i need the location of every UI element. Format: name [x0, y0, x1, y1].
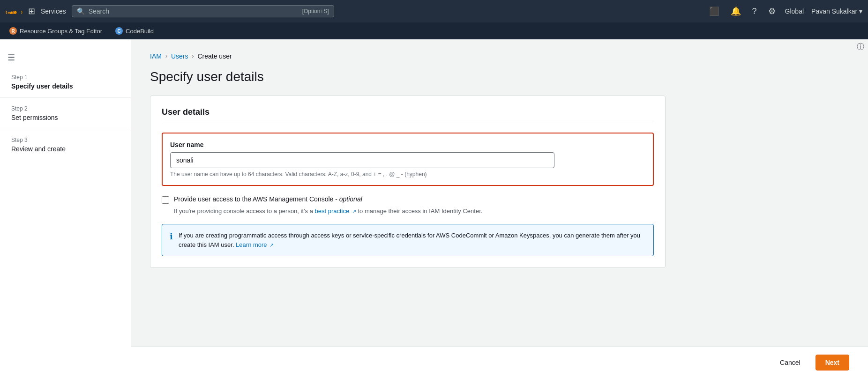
info-icon: ℹ: [170, 231, 173, 242]
breadcrumb-sep1: ›: [165, 53, 167, 59]
user-details-card: User details User name The user name can…: [150, 96, 666, 268]
username-label: User name: [170, 141, 645, 148]
sidebar-step-2[interactable]: Step 2 Set permissions: [0, 98, 131, 129]
content-wrapper: IAM › Users › Create user Specify user d…: [131, 39, 868, 378]
next-button[interactable]: Next: [816, 355, 849, 371]
nav-right: ⬛ 🔔 ? ⚙ Global Pavan Sukalkar ▾: [707, 4, 862, 18]
content-area: IAM › Users › Create user Specify user d…: [131, 39, 868, 347]
username-input[interactable]: [170, 152, 554, 168]
sidebar: ☰ Step 1 Specify user details Step 2 Set…: [0, 39, 131, 378]
sidebar-toggle[interactable]: ☰: [0, 49, 131, 67]
console-access-checkbox[interactable]: [162, 196, 169, 204]
card-section-title: User details: [162, 107, 654, 123]
search-icon: 🔍: [77, 7, 85, 15]
best-practice-link[interactable]: best practice ↗: [315, 208, 358, 215]
aws-logo[interactable]: aws: [6, 3, 22, 20]
sidebar-step-3[interactable]: Step 3 Review and create: [0, 129, 131, 160]
svg-text:aws: aws: [7, 11, 14, 14]
footer: Cancel Next: [131, 347, 868, 378]
best-practice-external-icon: ↗: [352, 208, 356, 214]
step1-number: Step 1: [11, 74, 120, 81]
step1-name: Specify user details: [11, 82, 120, 90]
resource-groups-icon: R: [9, 27, 17, 35]
breadcrumb-users[interactable]: Users: [171, 52, 188, 60]
username-field-highlighted: User name The user name can have up to 6…: [162, 133, 654, 186]
username-hint: The user name can have up to 64 characte…: [170, 171, 645, 178]
grid-icon[interactable]: ⊞: [26, 4, 37, 18]
main-container: ☰ Step 1 Specify user details Step 2 Set…: [0, 39, 868, 378]
codebuild-nav-item[interactable]: C CodeBuild: [112, 25, 157, 37]
page-title: Specify user details: [150, 69, 849, 84]
breadcrumb-sep2: ›: [192, 53, 194, 59]
cancel-button[interactable]: Cancel: [772, 355, 808, 370]
contextual-help-icon[interactable]: ⓘ: [853, 39, 868, 54]
help-icon[interactable]: ?: [750, 5, 759, 18]
resource-groups-nav-item[interactable]: R Resource Groups & Tag Editor: [6, 25, 106, 37]
search-bar[interactable]: 🔍 [Option+S]: [72, 5, 334, 17]
breadcrumb-iam[interactable]: IAM: [150, 52, 162, 60]
notifications-icon[interactable]: ⬛: [707, 4, 721, 18]
learn-more-external-icon: ↗: [269, 242, 274, 248]
bell-icon[interactable]: 🔔: [729, 4, 743, 18]
sidebar-step-1[interactable]: Step 1 Specify user details: [0, 67, 131, 98]
console-checkbox-label: Provide user access to the AWS Managemen…: [174, 195, 362, 203]
step2-number: Step 2: [11, 105, 120, 112]
codebuild-label: CodeBuild: [126, 28, 154, 35]
second-nav: R Resource Groups & Tag Editor C CodeBui…: [0, 22, 868, 39]
step3-name: Review and create: [11, 145, 120, 153]
settings-icon[interactable]: ⚙: [766, 4, 778, 18]
info-text-content: If you are creating programmatic access …: [179, 231, 646, 249]
top-nav: aws ⊞ Services 🔍 [Option+S] ⬛ 🔔 ? ⚙ Glob…: [0, 0, 868, 22]
console-checkbox-sublabel: If you're providing console access to a …: [174, 208, 654, 215]
breadcrumb: IAM › Users › Create user: [150, 52, 849, 60]
step2-name: Set permissions: [11, 114, 120, 121]
codebuild-icon: C: [115, 27, 123, 35]
region-selector[interactable]: Global: [785, 7, 804, 15]
user-menu[interactable]: Pavan Sukalkar ▾: [811, 7, 862, 15]
console-optional: optional: [339, 195, 362, 203]
step3-number: Step 3: [11, 137, 120, 143]
info-box: ℹ If you are creating programmatic acces…: [162, 224, 654, 256]
console-checkbox-row: Provide user access to the AWS Managemen…: [162, 195, 654, 204]
services-menu[interactable]: Services: [41, 7, 66, 15]
resource-groups-label: Resource Groups & Tag Editor: [20, 28, 102, 35]
learn-more-link[interactable]: Learn more ↗: [236, 241, 274, 248]
search-input[interactable]: [89, 7, 299, 15]
breadcrumb-current: Create user: [197, 52, 232, 60]
search-shortcut: [Option+S]: [302, 8, 329, 15]
console-access-group: Provide user access to the AWS Managemen…: [162, 195, 654, 215]
